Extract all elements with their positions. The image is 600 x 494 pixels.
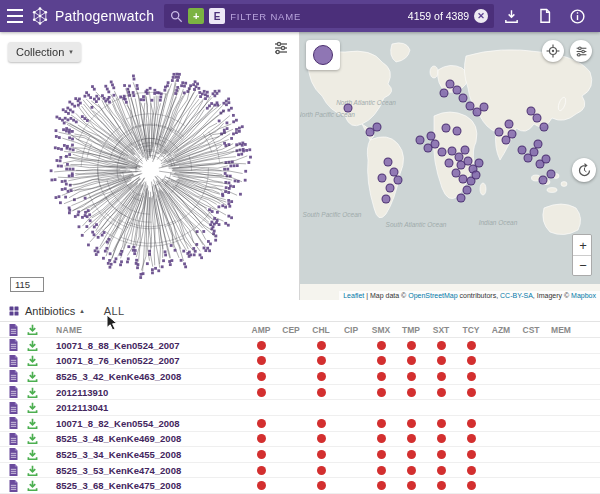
genome-download-icon[interactable] <box>27 355 38 366</box>
map-marker[interactable] <box>344 104 353 113</box>
table-row[interactable]: 10071_8_88_Ken0524_2007 <box>0 338 600 354</box>
map-marker[interactable] <box>445 159 454 168</box>
genome-report-icon[interactable] <box>8 417 19 429</box>
map-marker[interactable] <box>463 186 472 195</box>
genome-download-icon[interactable] <box>27 418 38 429</box>
map-marker[interactable] <box>542 155 551 164</box>
pathogenwatch-logo[interactable]: Pathogenwatch <box>30 6 154 26</box>
map-marker[interactable] <box>440 89 449 98</box>
table-row[interactable]: 8525_3_53_KenKe474_2008 <box>0 463 600 479</box>
e-filter-button[interactable]: E <box>209 8 225 24</box>
map-marker[interactable] <box>472 171 481 180</box>
map-marker[interactable] <box>547 170 556 179</box>
genome-name[interactable]: 8525_3_68_KenKe475_2008 <box>56 480 181 491</box>
map-marker[interactable] <box>495 128 504 137</box>
menu-icon[interactable] <box>0 0 30 32</box>
download-icon[interactable] <box>503 8 520 25</box>
table-row[interactable]: 10071_8_82_Ken0554_2008 <box>0 416 600 432</box>
column-header-amp[interactable]: AMP <box>246 325 276 335</box>
map-marker[interactable] <box>508 130 517 139</box>
info-icon[interactable] <box>569 8 586 25</box>
genome-name[interactable]: 8525_3_53_KenKe474_2008 <box>56 465 181 476</box>
map-marker[interactable] <box>382 195 391 204</box>
zoom-out-button[interactable]: − <box>573 255 592 275</box>
leaflet-link[interactable]: Leaflet <box>343 292 364 299</box>
table-row[interactable]: 8525_3_42_KenKe463_2008 <box>0 369 600 385</box>
genome-report-icon[interactable] <box>8 386 19 398</box>
genome-download-icon[interactable] <box>27 371 38 382</box>
map-marker[interactable] <box>442 124 451 133</box>
map-marker[interactable] <box>480 103 489 112</box>
table-row[interactable]: 8525_3_34_KenKe455_2008 <box>0 447 600 463</box>
map-marker[interactable] <box>505 120 514 129</box>
add-filter-button[interactable]: + <box>188 8 204 24</box>
map-marker[interactable] <box>461 146 470 155</box>
genome-name[interactable]: 10071_8_88_Ken0524_2007 <box>56 340 180 351</box>
table-row[interactable]: 10071_8_76_Ken0522_2007 <box>0 354 600 370</box>
osm-link[interactable]: OpenStreetMap <box>408 292 457 299</box>
genome-name[interactable]: 8525_3_34_KenKe455_2008 <box>56 449 181 460</box>
map-marker[interactable] <box>530 148 539 157</box>
map-marker[interactable] <box>453 127 462 136</box>
column-header-cst[interactable]: CST <box>516 325 546 335</box>
table-row[interactable]: 2012113041 <box>0 400 600 416</box>
column-header-chl[interactable]: CHL <box>306 325 336 335</box>
map-marker[interactable] <box>475 159 484 168</box>
column-header-tcy[interactable]: TCY <box>456 325 486 335</box>
genome-download-icon[interactable] <box>27 449 38 460</box>
map-marker[interactable] <box>534 140 543 149</box>
column-header-cep[interactable]: CEP <box>276 325 306 335</box>
map-marker[interactable] <box>384 158 393 167</box>
genome-download-icon[interactable] <box>27 402 38 413</box>
table-row[interactable]: 8525_3_48_KenKe469_2008 <box>0 432 600 448</box>
column-header-azm[interactable]: AZM <box>486 325 516 335</box>
collection-dropdown[interactable]: Collection ▾ <box>8 42 81 62</box>
name-column-header[interactable]: NAME <box>56 325 82 335</box>
column-header-mem[interactable]: MEM <box>546 325 576 335</box>
genome-report-icon[interactable] <box>8 448 19 460</box>
map-marker[interactable] <box>540 123 549 132</box>
report-icon[interactable] <box>536 8 553 25</box>
column-header-smx[interactable]: SMX <box>366 325 396 335</box>
map-marker[interactable] <box>373 123 382 132</box>
genome-report-icon[interactable] <box>8 464 19 476</box>
column-header-sxt[interactable]: SXT <box>426 325 456 335</box>
genome-name[interactable]: 10071_8_82_Ken0554_2008 <box>56 418 180 429</box>
map-locate-icon[interactable] <box>542 40 564 62</box>
map-panel[interactable]: North Pacific OceanNorth Atlantic OceanS… <box>300 32 600 300</box>
map-marker[interactable] <box>416 136 425 145</box>
genome-download-icon[interactable] <box>27 480 38 491</box>
map-marker[interactable] <box>438 148 447 157</box>
map-marker[interactable] <box>457 194 466 203</box>
genome-download-icon[interactable] <box>27 433 38 444</box>
map-marker[interactable] <box>459 94 468 103</box>
column-header-tmp[interactable]: TMP <box>396 325 426 335</box>
phylogenetic-tree[interactable] <box>0 32 300 300</box>
column-header-cip[interactable]: CIP <box>336 325 366 335</box>
clear-filter-icon[interactable]: ✕ <box>474 9 488 23</box>
map-legend-chip[interactable] <box>306 40 340 70</box>
map-history-icon[interactable] <box>572 158 596 182</box>
genome-report-icon[interactable] <box>8 480 19 492</box>
table-row[interactable]: 2012113910 <box>0 385 600 401</box>
map-marker[interactable] <box>394 176 403 185</box>
map-marker[interactable] <box>533 114 542 123</box>
tree-scale-indicator[interactable]: 115 <box>10 277 44 292</box>
genome-report-icon[interactable] <box>8 370 19 382</box>
genome-name[interactable]: 2012113041 <box>56 402 108 413</box>
genome-download-icon[interactable] <box>27 387 38 398</box>
genome-name[interactable]: 10071_8_76_Ken0522_2007 <box>56 355 180 366</box>
tree-settings-icon[interactable] <box>273 40 289 60</box>
mapbox-link[interactable]: Mapbox <box>571 292 596 299</box>
zoom-in-button[interactable]: + <box>573 235 592 255</box>
antibiotics-view-button[interactable]: Antibiotics ▴ <box>8 305 84 317</box>
genome-name[interactable]: 8525_3_48_KenKe469_2008 <box>56 433 181 444</box>
genome-name[interactable]: 2012113910 <box>56 387 108 398</box>
genome-download-icon[interactable] <box>27 465 38 476</box>
map-marker[interactable] <box>539 176 548 185</box>
genome-download-icon[interactable] <box>27 340 38 351</box>
table-row[interactable]: 8525_3_68_KenKe475_2008 <box>0 478 600 494</box>
download-all-icon[interactable] <box>27 324 38 335</box>
ccbysa-link[interactable]: CC-BY-SA <box>500 292 533 299</box>
map-marker[interactable] <box>427 132 436 141</box>
